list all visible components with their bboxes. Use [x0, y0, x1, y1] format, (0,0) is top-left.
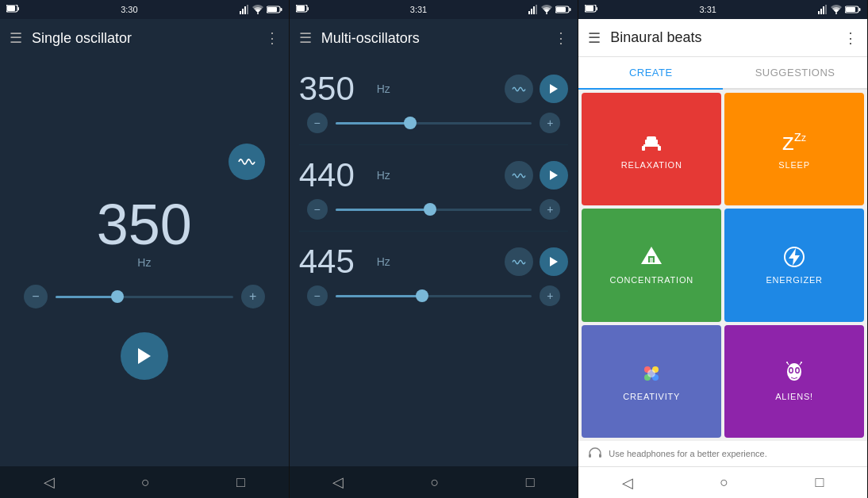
osc-1-thumb[interactable]	[404, 117, 417, 129]
menu-icon-1[interactable]: ☰	[10, 29, 22, 47]
play-button-1[interactable]	[121, 332, 168, 380]
osc-divider-2	[299, 231, 569, 232]
wave-button-1[interactable]	[229, 144, 265, 180]
slider-decrease-btn[interactable]: −	[24, 285, 48, 308]
frequency-value: 350	[97, 196, 192, 253]
svg-rect-27	[597, 7, 598, 10]
osc-1-increase[interactable]: +	[540, 113, 560, 133]
slider-thumb[interactable]	[111, 290, 124, 303]
svg-marker-25	[550, 257, 558, 266]
svg-point-19	[546, 13, 547, 14]
slider-increase-btn[interactable]: +	[241, 285, 265, 308]
osc-1-fill	[336, 122, 410, 125]
osc-1-wave-btn[interactable]	[505, 75, 533, 103]
headphone-hint: Use headphones for a better experience.	[578, 441, 867, 466]
osc-1-slider[interactable]: − +	[299, 113, 569, 133]
more-icon-3[interactable]: ⋮	[843, 29, 858, 47]
status-left-icon-2	[296, 5, 309, 14]
osc-3-thumb[interactable]	[416, 289, 428, 302]
oscillator-row-3: 445 Hz − +	[299, 236, 569, 312]
svg-point-59	[801, 362, 802, 363]
svg-marker-24	[550, 170, 558, 180]
svg-rect-60	[589, 454, 591, 458]
osc-2-unit: Hz	[377, 169, 390, 182]
svg-rect-1	[18, 7, 20, 10]
osc-2-thumb[interactable]	[424, 203, 436, 216]
more-icon-2[interactable]: ⋮	[554, 29, 568, 47]
osc-1-track[interactable]	[336, 122, 532, 125]
card-aliens[interactable]: ALIENS!	[724, 325, 864, 438]
svg-rect-9	[280, 8, 282, 11]
home-btn-2[interactable]: ○	[431, 474, 440, 491]
back-btn-1[interactable]: ◁	[44, 473, 55, 491]
svg-rect-22	[556, 7, 566, 12]
recent-btn-1[interactable]: □	[236, 474, 245, 491]
osc-3-wave-btn[interactable]	[505, 247, 533, 276]
recent-btn-2[interactable]: □	[526, 474, 535, 491]
svg-rect-21	[570, 8, 571, 11]
home-btn-3[interactable]: ○	[720, 474, 728, 491]
osc-3-unit: Hz	[377, 255, 390, 268]
svg-rect-28	[586, 6, 593, 11]
svg-rect-35	[859, 8, 861, 11]
more-icon-1[interactable]: ⋮	[265, 29, 279, 47]
osc-3-slider[interactable]: − +	[299, 285, 569, 306]
nav-bar-2: ◁ ○ □	[290, 466, 578, 498]
svg-marker-23	[550, 84, 558, 94]
card-sleep[interactable]: zzz SLEEP	[724, 93, 864, 205]
card-creativity[interactable]: CREATIVITY	[582, 325, 721, 438]
back-btn-3[interactable]: ◁	[622, 474, 633, 492]
osc-2-wave-btn[interactable]	[505, 161, 533, 190]
svg-rect-40	[658, 146, 661, 151]
recent-btn-3[interactable]: □	[815, 474, 824, 491]
osc-3-fill	[336, 295, 422, 297]
osc-2-decrease[interactable]: −	[307, 199, 328, 220]
osc-1-freq: 350	[299, 70, 371, 108]
card-relaxation[interactable]: RELAXATION	[582, 93, 721, 205]
osc-3-track[interactable]	[336, 295, 532, 297]
tab-suggestions[interactable]: SUGGESTIONS	[723, 57, 867, 88]
oscillator-row-2: 440 Hz − +	[299, 150, 569, 226]
headphone-icon	[588, 447, 602, 460]
osc-1-play-btn[interactable]	[540, 75, 568, 103]
status-bar-3: 3:31	[578, 0, 867, 19]
svg-marker-11	[138, 348, 151, 364]
osc-2-play-btn[interactable]	[540, 161, 568, 190]
status-time-1: 3:30	[121, 5, 137, 14]
svg-rect-37	[643, 144, 659, 147]
energizer-label: ENERGIZER	[766, 275, 822, 285]
osc-3-play-btn[interactable]	[540, 247, 568, 276]
card-energizer[interactable]: ENERGIZER	[724, 209, 864, 321]
home-btn-1[interactable]: ○	[141, 474, 150, 491]
oscillator-row-1: 350 Hz − +	[299, 63, 569, 140]
panel-binaural-beats: 3:31 ☰ Binaural beats ⋮ CREATE SUGGESTIO…	[578, 0, 868, 498]
panel-multi-oscillators: 3:31 ☰ Multi-oscillators ⋮ 350 Hz	[290, 0, 579, 498]
osc-3-decrease[interactable]: −	[307, 285, 328, 306]
sleep-icon: zzz	[782, 129, 806, 154]
menu-icon-3[interactable]: ☰	[588, 29, 601, 47]
svg-point-33	[835, 13, 837, 14]
osc-2-track[interactable]	[336, 209, 532, 211]
app-bar-3: ☰ Binaural beats ⋮	[578, 19, 867, 57]
svg-rect-31	[823, 6, 824, 14]
osc-3-increase[interactable]: +	[540, 285, 560, 306]
osc-1-decrease[interactable]: −	[307, 113, 328, 133]
osc-2-freq-row: 440 Hz	[299, 156, 569, 194]
osc-2-slider[interactable]: − +	[299, 199, 569, 220]
slider-track[interactable]	[56, 296, 233, 298]
aliens-label: ALIENS!	[775, 392, 813, 401]
back-btn-2[interactable]: ◁	[332, 473, 344, 491]
svg-rect-10	[267, 7, 277, 12]
tab-create[interactable]: CREATE	[578, 57, 723, 90]
card-concentration[interactable]: CONCENTRATION	[582, 209, 721, 321]
osc-2-increase[interactable]: +	[540, 199, 560, 220]
status-bar-1: 3:30	[0, 0, 289, 19]
relaxation-label: RELAXATION	[621, 160, 682, 170]
frequency-display: 350 Hz	[97, 196, 192, 269]
frequency-slider[interactable]: − +	[16, 285, 273, 308]
oscillator-content: 350 Hz − +	[0, 57, 289, 466]
svg-rect-2	[7, 6, 15, 11]
svg-rect-18	[536, 5, 537, 14]
menu-icon-2[interactable]: ☰	[299, 29, 312, 47]
relaxation-icon	[639, 128, 664, 154]
